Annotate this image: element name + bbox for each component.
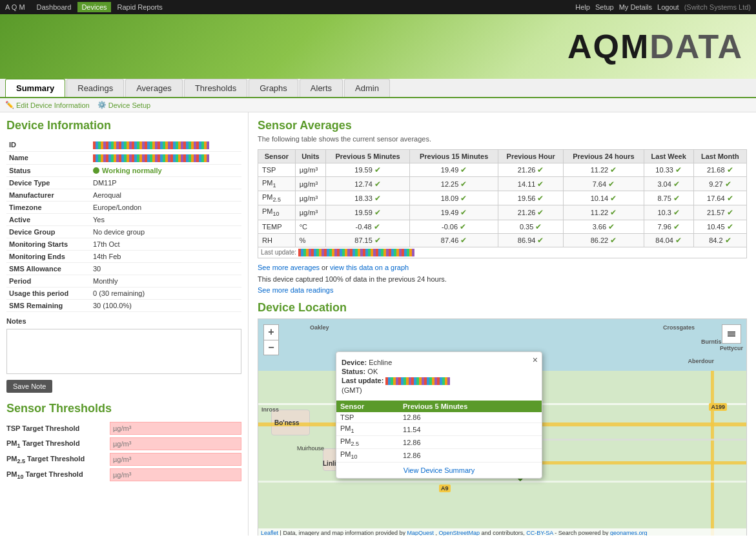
- cell-lw-tsp: 10.33 ✔: [644, 163, 693, 177]
- help-link[interactable]: Help: [575, 3, 590, 11]
- threshold-input-pm25[interactable]: [110, 453, 241, 466]
- view-device-summary-link[interactable]: View Device Summary: [404, 466, 475, 474]
- osm-link[interactable]: OpenStreetMap: [439, 530, 480, 536]
- more-readings-link[interactable]: See more data readings: [258, 286, 333, 294]
- field-label-monitoring-starts: Monitoring Starts: [6, 238, 90, 251]
- cell-sensor-pm1: PM1: [258, 177, 296, 191]
- ccbysa-link[interactable]: CC-BY-SA: [526, 530, 553, 536]
- check-icon: ✔: [374, 180, 381, 189]
- check-icon: ✔: [537, 194, 544, 203]
- field-value-manufacturer: Aeroqual: [90, 189, 241, 202]
- field-label-active: Active: [6, 214, 90, 226]
- logout-link[interactable]: Logout: [657, 3, 679, 11]
- popup-table-header-row: Sensor Previous 5 Minutes: [336, 401, 542, 412]
- threshold-input-tsp[interactable]: [110, 422, 241, 435]
- table-row: SMS Remaining 30 (100.0%): [6, 300, 241, 312]
- device-location-title: Device Location: [258, 301, 747, 315]
- layers-icon: [726, 329, 737, 339]
- leaflet-link[interactable]: Leaflet: [261, 530, 278, 536]
- field-label-id: ID: [6, 139, 90, 152]
- label-pettycur: Pettycur: [720, 345, 743, 351]
- cell-lw-pm10: 10.3 ✔: [644, 205, 693, 220]
- edit-device-info-link[interactable]: ✏️ Edit Device Information: [5, 101, 90, 109]
- svg-rect-0: [728, 331, 735, 333]
- cell-p24-rh: 86.22 ✔: [564, 233, 644, 247]
- brand-label: A Q M: [5, 3, 25, 11]
- popup-close-button[interactable]: ×: [533, 355, 538, 365]
- tab-admin[interactable]: Admin: [344, 79, 390, 97]
- table-row: Monitoring Ends 14th Feb: [6, 251, 241, 263]
- view-graph-link[interactable]: view this data on a graph: [330, 264, 409, 271]
- col-p15: Previous 15 Minutes: [410, 150, 498, 163]
- id-dots: [93, 141, 209, 149]
- field-label-device-group: Device Group: [6, 226, 90, 238]
- tab-readings[interactable]: Readings: [66, 79, 124, 97]
- field-value-sms-allowance: 30: [90, 263, 241, 275]
- col-lw: Last Week: [644, 150, 693, 163]
- threshold-input-pm1[interactable]: [110, 437, 241, 450]
- check-icon: ✔: [675, 165, 682, 174]
- cell-p5-pm10: 19.59 ✔: [326, 205, 410, 220]
- links-row: See more averages or view this data on a…: [258, 264, 747, 271]
- table-row: Active Yes: [6, 214, 241, 226]
- save-note-button[interactable]: Save Note: [6, 380, 52, 393]
- map-zoom-out-button[interactable]: −: [263, 340, 279, 355]
- popup-row-pm10: PM10 12.86: [336, 449, 542, 462]
- nav-dashboard[interactable]: Dashboard: [33, 2, 76, 12]
- col-sensor: Sensor: [258, 150, 296, 163]
- map-layers-button[interactable]: [722, 324, 741, 344]
- popup-cell-sensor-pm1: PM1: [336, 423, 399, 436]
- table-row-rh: RH % 87.15 ✔ 87.46 ✔ 86.94 ✔ 86.22 ✔ 84.…: [258, 233, 747, 247]
- tab-alerts[interactable]: Alerts: [300, 79, 343, 97]
- label-aberdour: Aberdour: [688, 358, 715, 364]
- cell-ph-temp: 0.35 ✔: [498, 220, 564, 233]
- tab-averages[interactable]: Averages: [125, 79, 183, 97]
- check-icon: ✔: [374, 194, 381, 203]
- nav-rapid-reports[interactable]: Rapid Reports: [114, 2, 167, 12]
- popup-device-name: Device: Echline: [342, 359, 526, 366]
- check-icon: ✔: [537, 208, 544, 217]
- threshold-row-pm1: PM1 Target Threshold: [6, 437, 241, 450]
- field-label-period: Period: [6, 275, 90, 287]
- cell-ph-pm25: 19.56 ✔: [498, 191, 564, 205]
- cell-p15-tsp: 19.49 ✔: [410, 163, 498, 177]
- threshold-row-tsp: TSP Target Threshold: [6, 422, 241, 435]
- table-row: ID: [6, 139, 241, 152]
- map-controls: + −: [263, 324, 279, 355]
- check-icon: ✔: [725, 180, 731, 189]
- cell-lw-pm1: 3.04 ✔: [644, 177, 693, 191]
- tab-nav: Summary Readings Averages Thresholds Gra…: [0, 79, 756, 98]
- threshold-input-pm10[interactable]: [110, 468, 241, 481]
- main-content: Device Information ID Name Status: [0, 112, 756, 536]
- popup-cell-value-pm1: 11.54: [399, 423, 542, 436]
- tab-graphs[interactable]: Graphs: [249, 79, 298, 97]
- table-row-pm1: PM1 µg/m³ 12.74 ✔ 12.25 ✔ 14.11 ✔ 7.64 ✔…: [258, 177, 747, 191]
- name-dots: [93, 154, 209, 162]
- my-details-link[interactable]: My Details: [619, 3, 652, 11]
- threshold-label-pm1: PM1 Target Threshold: [6, 439, 110, 449]
- check-icon: ✔: [610, 208, 617, 217]
- see-more-averages-link[interactable]: See more averages: [258, 264, 320, 271]
- cell-ph-pm1: 14.11 ✔: [498, 177, 564, 191]
- nav-devices[interactable]: Devices: [77, 2, 110, 12]
- toolbar: ✏️ Edit Device Information ⚙️ Device Set…: [0, 98, 756, 112]
- map-zoom-in-button[interactable]: +: [263, 324, 279, 340]
- geonames-link[interactable]: geonames.org: [610, 530, 648, 536]
- setup-link[interactable]: Setup: [595, 3, 614, 11]
- cell-p24-temp: 3.66 ✔: [564, 220, 644, 233]
- popup-col-sensor: Sensor: [336, 401, 399, 412]
- cell-ph-rh: 86.94 ✔: [498, 233, 564, 247]
- tab-summary[interactable]: Summary: [5, 79, 65, 97]
- mapquest-link[interactable]: MapQuest: [407, 530, 434, 536]
- notes-textarea[interactable]: [6, 329, 241, 374]
- top-nav-right: Help Setup My Details Logout (Switch Sys…: [575, 3, 751, 11]
- tab-thresholds[interactable]: Thresholds: [184, 79, 247, 97]
- cell-p15-pm10: 19.49 ✔: [410, 205, 498, 220]
- check-icon: ✔: [673, 222, 680, 231]
- check-icon: ✔: [673, 180, 680, 189]
- device-setup-link[interactable]: ⚙️ Device Setup: [97, 101, 150, 109]
- col-ph: Previous Hour: [498, 150, 564, 163]
- field-value-name: [90, 152, 241, 165]
- cell-p24-pm25: 10.14 ✔: [564, 191, 644, 205]
- setup-icon: ⚙️: [97, 101, 107, 109]
